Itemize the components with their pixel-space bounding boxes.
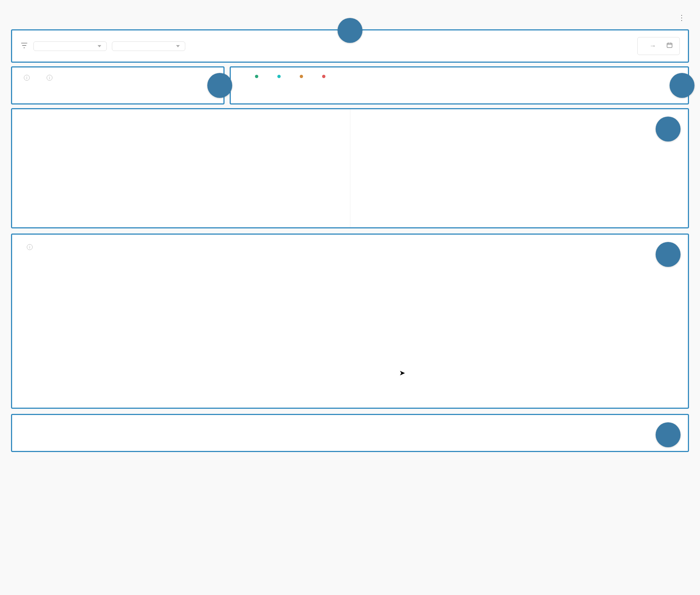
info-icon[interactable]: i (24, 75, 30, 81)
col-browser[interactable] (350, 431, 459, 441)
action-type-select[interactable] (33, 41, 107, 51)
stat-allow (277, 75, 285, 96)
annotation-badge-3 (670, 73, 694, 98)
svg-rect-0 (667, 43, 672, 48)
arrow-right-icon: → (649, 42, 656, 50)
challenge-pie-chart (23, 126, 115, 218)
calendar-icon (666, 42, 673, 50)
cursor-icon: ➤ (399, 368, 405, 377)
line-chart: ➤ (23, 257, 677, 398)
col-network[interactable] (241, 431, 350, 441)
top-challenge-card (12, 109, 350, 227)
top-deny-card (350, 109, 688, 227)
annotation-badge-4 (656, 117, 681, 142)
annotation-badge-1 (338, 18, 362, 43)
col-recommendation[interactable] (132, 431, 241, 441)
application-name-select[interactable] (112, 41, 185, 51)
info-icon[interactable]: i (27, 244, 33, 250)
annotation-badge-5 (656, 242, 681, 267)
stats-recommendations (230, 66, 689, 104)
annotation-badge-6 (656, 422, 681, 447)
stat-devices: i (44, 75, 52, 96)
stats-users-devices: i i (11, 66, 225, 104)
col-action[interactable] (23, 431, 132, 441)
col-os[interactable] (459, 431, 568, 441)
deny-pie-chart (361, 126, 453, 218)
latest-recommendations-card (11, 414, 689, 452)
date-range-picker[interactable]: → (637, 37, 680, 55)
filter-icon[interactable] (20, 41, 28, 51)
annotation-badge-2 (207, 73, 232, 98)
filter-bar: → (11, 29, 689, 63)
stat-challenge (300, 75, 307, 96)
recommendations-table (23, 431, 677, 441)
pie-charts-section (11, 108, 689, 228)
stat-deny (322, 75, 330, 96)
info-icon[interactable]: i (47, 75, 52, 81)
stat-trust (255, 75, 263, 96)
stat-users: i (22, 75, 30, 96)
risky-over-time-card: i ➤ (11, 234, 689, 409)
more-menu-icon[interactable]: ⋮ (674, 11, 689, 24)
